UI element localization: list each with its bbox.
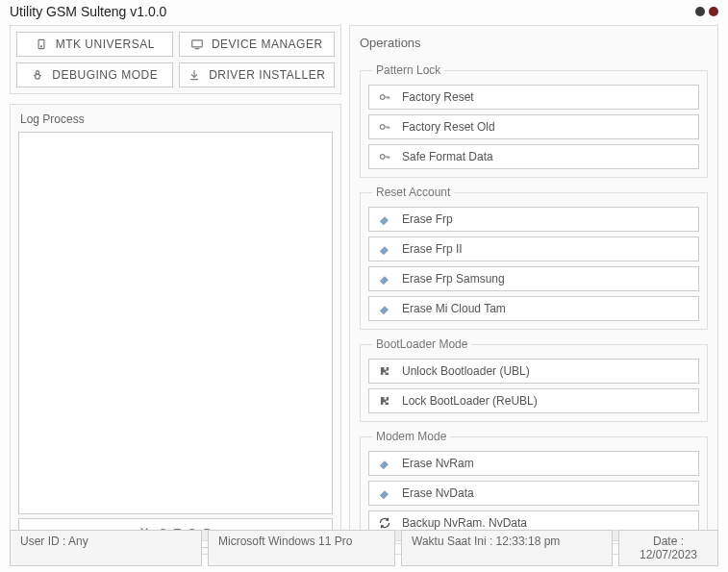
tab-debugging-mode[interactable]: DEBUGING MODE	[16, 62, 173, 87]
btn-erase-frp[interactable]: Erase Frp	[368, 207, 699, 232]
key-icon	[377, 90, 392, 104]
section-pattern-lock: Pattern Lock Factory Reset Factory Reset…	[360, 63, 708, 178]
svg-point-1	[40, 46, 41, 47]
btn-label: Safe Format Data	[402, 150, 493, 163]
btn-label: Erase NvRam	[402, 457, 474, 470]
status-bar: User ID : Any Microsoft Windows 11 Pro W…	[10, 530, 718, 566]
status-time: Waktu Saat Ini : 12:33:18 pm	[401, 530, 613, 566]
key-icon	[377, 150, 392, 163]
window-dot-red[interactable]	[709, 7, 718, 16]
operations-title: Operations	[360, 36, 708, 50]
section-legend: Modem Mode	[372, 430, 450, 443]
eraser-icon	[377, 486, 392, 500]
btn-erase-frp-samsung[interactable]: Erase Frp Samsung	[368, 266, 699, 291]
section-legend: Pattern Lock	[372, 63, 444, 77]
btn-label: Factory Reset	[402, 90, 474, 104]
btn-erase-nvdata[interactable]: Erase NvData	[368, 481, 699, 506]
section-reset-account: Reset Account Erase Frp Erase Frp II Era…	[360, 186, 708, 330]
svg-point-20	[380, 155, 385, 160]
monitor-icon	[190, 37, 204, 51]
window-controls	[695, 7, 718, 16]
btn-label: Factory Reset Old	[402, 120, 495, 134]
log-textarea[interactable]	[18, 132, 333, 514]
titlebar: Utility GSM Sulteng v1.0.0	[0, 0, 728, 25]
tab-device-manager[interactable]: DEVICE MANAGER	[179, 32, 336, 57]
bug-icon	[31, 68, 44, 82]
btn-factory-reset-old[interactable]: Factory Reset Old	[368, 114, 699, 139]
tab-mtk-universal[interactable]: MTK UNIVERSAL	[16, 32, 173, 57]
svg-rect-2	[192, 40, 203, 47]
section-legend: Reset Account	[372, 186, 454, 199]
btn-lock-bootloader[interactable]: Lock BootLoader (ReUBL)	[368, 388, 699, 413]
tab-label: DEVICE MANAGER	[212, 37, 323, 51]
btn-label: Lock BootLoader (ReUBL)	[402, 394, 538, 408]
status-date: Date : 12/07/2023	[618, 530, 718, 566]
btn-label: Erase NvData	[402, 486, 474, 500]
btn-erase-frp-2[interactable]: Erase Frp II	[368, 236, 699, 261]
tab-label: MTK UNIVERSAL	[56, 37, 155, 51]
status-user: User ID : Any	[10, 530, 202, 566]
btn-unlock-bootloader[interactable]: Unlock Bootloader (UBL)	[368, 359, 699, 384]
eraser-icon	[377, 242, 392, 256]
btn-label: Erase Frp II	[402, 242, 463, 256]
tab-label: DRIVER INSTALLER	[209, 68, 325, 82]
btn-safe-format[interactable]: Safe Format Data	[368, 144, 699, 169]
btn-label: Unlock Bootloader (UBL)	[402, 364, 530, 378]
section-bootloader: BootLoader Mode Unlock Bootloader (UBL) …	[360, 337, 708, 422]
btn-label: Erase Mi Cloud Tam	[402, 302, 506, 315]
mode-tab-grid: MTK UNIVERSAL DEVICE MANAGER DEBUGING MO…	[10, 25, 341, 94]
btn-factory-reset[interactable]: Factory Reset	[368, 85, 699, 110]
eraser-icon	[377, 302, 392, 315]
window-dot-dark[interactable]	[695, 7, 705, 16]
eraser-icon	[377, 212, 392, 226]
operations-panel: Operations Pattern Lock Factory Reset Fa…	[349, 25, 718, 555]
btn-label: Erase Frp	[402, 212, 453, 226]
puzzle-icon	[377, 364, 392, 378]
log-panel: Log Process S T O P	[10, 104, 341, 555]
puzzle-icon	[377, 394, 392, 408]
eraser-icon	[377, 457, 392, 470]
download-icon	[188, 68, 201, 82]
tab-label: DEBUGING MODE	[52, 68, 158, 82]
btn-erase-nvram[interactable]: Erase NvRam	[368, 451, 699, 476]
tab-driver-installer[interactable]: DRIVER INSTALLER	[179, 62, 336, 87]
refresh-icon	[377, 516, 392, 530]
btn-label: Backup NvRam. NvData	[402, 516, 527, 530]
log-label: Log Process	[18, 112, 333, 126]
svg-point-12	[380, 95, 385, 100]
section-modem: Modem Mode Erase NvRam Erase NvData Back…	[360, 430, 708, 544]
btn-label: Erase Frp Samsung	[402, 272, 505, 286]
chip-icon	[35, 37, 48, 51]
eraser-icon	[377, 272, 392, 286]
key-icon	[377, 120, 392, 134]
status-os: Microsoft Windows 11 Pro	[208, 530, 395, 566]
section-legend: BootLoader Mode	[372, 337, 471, 351]
svg-point-16	[380, 125, 385, 130]
app-title: Utility GSM Sulteng v1.0.0	[10, 4, 166, 19]
btn-erase-mi-cloud[interactable]: Erase Mi Cloud Tam	[368, 296, 699, 321]
